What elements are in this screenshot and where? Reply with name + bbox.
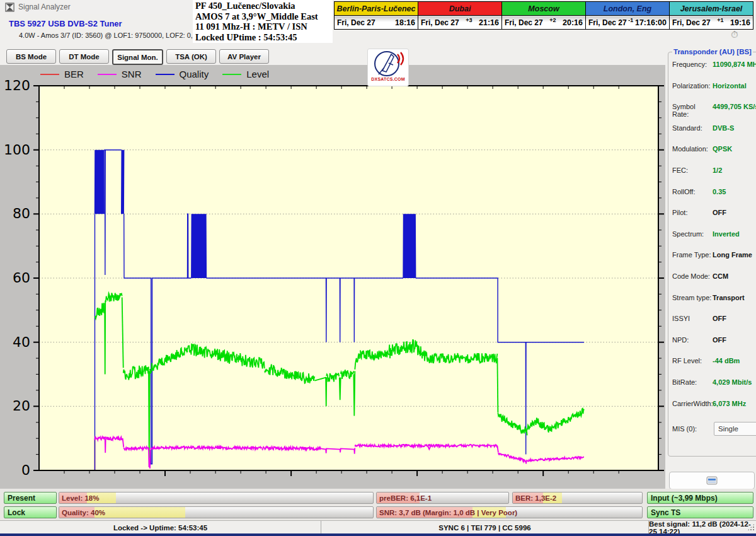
statusbar-sync-counters: SYNC 6 | TEI 779 | CC 5996 <box>321 521 649 534</box>
transponder-row: Frame Type:Long Frame <box>672 247 756 269</box>
tuner-name: TBS 5927 USB DVB-S2 Tuner <box>9 19 122 28</box>
mis-value: Single <box>718 425 738 433</box>
transponder-row-value: QPSK <box>713 145 732 153</box>
preber-bar: preBER: 6,1E-1 <box>376 492 509 504</box>
transponder-row: NPD:OFF <box>672 332 756 354</box>
transponder-row: Standard:DVB-S <box>672 120 756 142</box>
transponder-row-value: 1/2 <box>713 166 722 174</box>
transponder-row: CarrierWidth:6,073 MHz <box>672 396 756 417</box>
transponder-row-value: 0.35 <box>713 188 726 195</box>
transponder-row-label: RF Level: <box>672 357 713 364</box>
transponder-row-value: 11090,874 MHz <box>713 61 756 68</box>
transponder-row: Spectrum:Inverted <box>672 226 756 248</box>
quality-bar-label: Quality: 40% <box>62 507 105 518</box>
signal-history-chart: 020406080100120 <box>0 65 665 489</box>
clock-time-cell: Fri, Dec 27-117:16:00 <box>586 16 670 30</box>
legend-label: Level <box>246 69 269 79</box>
legend-item-ber: BER <box>40 69 84 79</box>
clock-time-cell: Fri, Dec 27+220:16 <box>502 16 586 30</box>
svg-text:80: 80 <box>13 206 30 221</box>
legend-label: Quality <box>180 69 209 79</box>
clock-time: 19:16 <box>730 18 750 27</box>
clock-utc-offset: +3 <box>466 17 472 23</box>
transponder-row: ISSYIOFF <box>672 311 756 332</box>
satellite-dish-icon <box>370 49 406 78</box>
clock-time-cell: Fri, Dec 27+321:16 <box>418 16 502 30</box>
transponder-row-label: Pilot: <box>672 209 713 216</box>
legend-line-swatch <box>40 74 59 75</box>
transponder-row: FEC:1/2 <box>672 163 756 184</box>
level-bar: Level: 18% <box>59 492 374 504</box>
mode-button-bs-mode[interactable]: BS Mode <box>6 49 56 64</box>
transponder-row-value: Inverted <box>713 230 740 238</box>
transponder-row: Polarization:Horizontal <box>672 78 756 100</box>
transponder-row-label: BitRate: <box>672 378 713 386</box>
mis-label: MIS (0): <box>672 425 713 433</box>
clock-utc-offset: -1 <box>628 17 633 23</box>
site-info-box: PF 450_Lučenec/Slovakia AMOS 7 at 3,9°W_… <box>193 0 333 43</box>
transponder-row: Frequency:11090,874 MHz <box>672 57 756 78</box>
ber-bar-label: BER: 1,3E-2 <box>515 492 556 503</box>
transponder-row-label: RollOff: <box>672 188 713 195</box>
clock-city-header: London, Eng <box>586 2 670 16</box>
site-info-line: Locked UPtime : 54:53:45 <box>195 32 330 43</box>
lock-indicator: Lock <box>4 506 57 518</box>
transponder-title: Transponder (AU) [BS] <box>672 48 753 55</box>
clock-utc-offset: +2 <box>549 17 556 23</box>
statusbar-best-signal: Best signal: 11,2 dB (2024-12-25 14:22) <box>649 521 756 534</box>
level-bar-label: Level: 18% <box>62 492 99 503</box>
transponder-row-value: OFF <box>713 315 726 322</box>
clock-city-header: Moscow <box>502 2 586 16</box>
transponder-row-label: FEC: <box>672 166 713 174</box>
ber-bar: BER: 1,3E-2 <box>512 492 643 504</box>
ts-device-icon <box>706 476 718 485</box>
legend-label: BER <box>64 69 84 79</box>
clock-time: 21:16 <box>479 18 499 27</box>
transponder-row: Symbol Rate:4499,705 KS/s <box>672 99 756 120</box>
transponder-row-label: Spectrum: <box>672 230 713 238</box>
mis-dropdown[interactable]: Single ⌄ <box>714 422 756 436</box>
ts-recorder-button[interactable] <box>669 472 755 489</box>
mode-button-signal-mon[interactable]: Signal Mon. <box>112 49 163 65</box>
transponder-row-value: CCM <box>713 272 728 280</box>
clock-city-header: Berlin-Paris-Lučenec <box>335 2 418 16</box>
svg-text:60: 60 <box>13 270 30 286</box>
transponder-row: RollOff:0.35 <box>672 184 756 206</box>
clock-date: Fri, Dec 27 <box>588 18 627 27</box>
transponder-row: Code Mode:CCM <box>672 269 756 290</box>
logo-text: DXSATCS.COM <box>371 77 404 81</box>
transponder-row-label: ISSYI <box>672 315 713 322</box>
input-rate-indicator: Input (~3,99 Mbps) <box>647 492 753 504</box>
status-rows: Present Level: 18% preBER: 6,1E-1 BER: 1… <box>0 489 756 520</box>
transponder-row-value: OFF <box>713 209 726 216</box>
snr-bar: SNR: 3,7 dB (Margin: 1,0 dB | Very Poor) <box>376 506 643 518</box>
transponder-row-label: Standard: <box>672 124 713 132</box>
site-info-line: 11 091 Mhz-H : METV / ISN <box>195 21 330 32</box>
legend-item-snr: SNR <box>98 69 142 79</box>
clock-time-cell: Fri, Dec 27+119:16 <box>670 16 753 30</box>
mode-button-av-player[interactable]: AV Player <box>219 49 269 64</box>
svg-text:40: 40 <box>13 334 30 350</box>
clock-watermark-icon: ⏱ <box>731 29 738 40</box>
site-info-line: AMOS 7 at 3,9°W_Middle East <box>195 11 330 22</box>
legend-item-level: Level <box>222 69 269 79</box>
quality-bar: Quality: 40% <box>59 506 374 518</box>
mode-button-tsa-ok[interactable]: TSA (OK) <box>166 49 216 64</box>
transponder-row-label: Frequency: <box>672 61 713 68</box>
preber-bar-label: preBER: 6,1E-1 <box>379 492 432 503</box>
legend-line-swatch <box>98 74 117 75</box>
transponder-row: Pilot:OFF <box>672 205 756 226</box>
transponder-row-label: Code Mode: <box>672 272 713 280</box>
clock-date: Fri, Dec 27 <box>672 18 711 27</box>
transponder-row-value: OFF <box>713 336 726 344</box>
clock-time: 18:16 <box>395 18 415 27</box>
signal-chart-panel: BERSNRQualityLevel 020406080100120 <box>0 65 665 489</box>
mode-button-dt-mode[interactable]: DT Mode <box>59 49 109 64</box>
transponder-row-label: Symbol Rate: <box>672 103 713 118</box>
transponder-row-label: CarrierWidth: <box>672 400 713 407</box>
transponder-row: Modulation:QPSK <box>672 141 756 163</box>
transponder-row-value: -44 dBm <box>713 357 740 364</box>
dxsatcs-logo: DXSATCS.COM <box>367 49 409 86</box>
legend-line-swatch <box>156 74 175 75</box>
transponder-row-value: 6,073 MHz <box>713 400 746 407</box>
